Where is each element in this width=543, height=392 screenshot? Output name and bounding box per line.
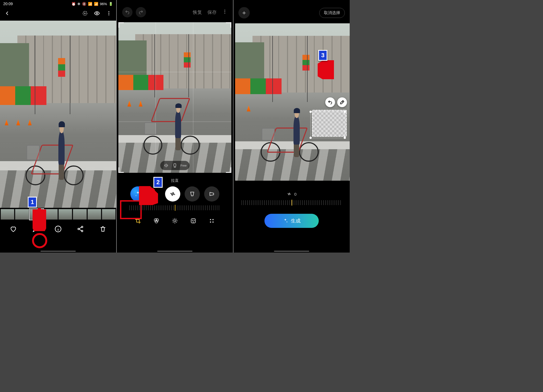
svg-point-11 xyxy=(224,11,225,12)
adjust-tool[interactable] xyxy=(171,217,178,224)
status-icons: ⏰ ✻ 🔇 📶 📶 96% 🔋 xyxy=(71,2,113,6)
selection-undo-button[interactable] xyxy=(325,97,335,107)
share-button[interactable] xyxy=(77,225,84,233)
home-indicator[interactable] xyxy=(40,251,76,252)
straighten-value: 0 xyxy=(294,192,296,196)
svg-point-1 xyxy=(96,12,98,14)
screen-editor-crop: 恢复 保存 xyxy=(117,0,233,253)
add-button[interactable]: ＋ xyxy=(238,7,250,18)
straighten-label: 拉直 xyxy=(117,178,233,183)
signal-icon: 📶 xyxy=(94,2,98,6)
sparkle-icon xyxy=(283,218,288,224)
thumbnail[interactable] xyxy=(73,209,87,220)
status-time: 20:09 xyxy=(3,2,13,6)
svg-point-16 xyxy=(155,220,158,223)
thumbnail[interactable] xyxy=(1,209,14,220)
more-tools[interactable] xyxy=(208,217,215,224)
visibility-button[interactable] xyxy=(94,10,100,16)
annotation-arrow xyxy=(33,207,46,231)
annotation-arrow xyxy=(139,186,158,205)
svg-point-4 xyxy=(108,14,109,15)
undo-button[interactable] xyxy=(122,7,132,17)
perspective-h-button[interactable] xyxy=(185,186,200,202)
svg-point-10 xyxy=(224,9,225,10)
svg-point-23 xyxy=(210,221,211,223)
screen-gallery-view: 20:09 ⏰ ✻ 🔇 📶 📶 96% 🔋 xyxy=(0,0,116,253)
thumbnail[interactable] xyxy=(87,209,101,220)
svg-line-26 xyxy=(322,62,330,75)
transform-options-pill: Free xyxy=(160,161,190,170)
crop-frame[interactable]: Free xyxy=(118,22,231,173)
more-button[interactable] xyxy=(222,9,228,16)
alarm-icon: ⏰ xyxy=(71,2,76,6)
battery-text: 96% xyxy=(100,2,107,6)
perspective-v-button[interactable] xyxy=(204,186,219,202)
svg-point-2 xyxy=(108,11,109,12)
straighten-readout: 0 xyxy=(233,192,350,196)
status-bar: 20:09 ⏰ ✻ 🔇 📶 📶 96% 🔋 xyxy=(0,0,116,7)
cancel-selection-button[interactable]: 取消选择 xyxy=(319,8,345,18)
save-button[interactable]: 保存 xyxy=(207,9,217,15)
editor-bottom-tools xyxy=(117,217,233,224)
straighten-icon xyxy=(287,192,292,196)
gen-top-bar: ＋ 取消选择 xyxy=(233,0,350,23)
crop-tool[interactable] xyxy=(134,217,141,224)
svg-point-24 xyxy=(212,221,214,223)
svg-point-19 xyxy=(192,220,193,221)
svg-point-20 xyxy=(194,220,194,221)
svg-point-17 xyxy=(174,220,176,222)
angle-ruler[interactable] xyxy=(130,205,220,210)
thumbnail[interactable] xyxy=(58,209,72,220)
gallery-top-bar xyxy=(0,7,116,21)
perspective-controls xyxy=(117,186,233,202)
home-indicator[interactable] xyxy=(274,251,309,252)
photo-preview[interactable] xyxy=(0,21,116,208)
flip-horizontal-button[interactable] xyxy=(162,162,170,169)
home-indicator[interactable] xyxy=(157,251,192,252)
filter-tool[interactable] xyxy=(153,217,160,224)
svg-rect-18 xyxy=(191,219,195,223)
svg-line-25 xyxy=(142,189,154,201)
svg-point-22 xyxy=(212,219,214,220)
delete-button[interactable] xyxy=(99,225,107,233)
redo-button[interactable] xyxy=(136,7,146,17)
mute-icon: 🔇 xyxy=(82,2,86,6)
gen-canvas-wrapper xyxy=(233,23,350,181)
restore-button[interactable]: 恢复 xyxy=(193,9,202,15)
step-badge-2: 2 xyxy=(153,177,163,188)
thumbnail[interactable] xyxy=(15,209,29,220)
thumbnail-strip[interactable] xyxy=(0,209,116,220)
svg-point-21 xyxy=(210,219,211,220)
flip-vertical-button[interactable] xyxy=(171,162,179,169)
step-badge-1: 1 xyxy=(28,197,37,208)
step-badge-3: 3 xyxy=(318,50,327,61)
back-button[interactable] xyxy=(4,10,10,16)
favorite-button[interactable] xyxy=(10,225,17,233)
motion-photo-button[interactable] xyxy=(82,10,88,16)
annotation-arrow xyxy=(318,60,334,79)
rotate-button[interactable] xyxy=(165,186,180,202)
angle-ruler[interactable] xyxy=(242,200,342,205)
generate-button[interactable]: 生成 xyxy=(264,214,319,228)
more-button[interactable] xyxy=(106,10,112,16)
svg-rect-13 xyxy=(174,164,176,167)
thumbnail[interactable] xyxy=(102,209,116,220)
screen-ai-generative: ＋ 取消选择 xyxy=(233,0,350,253)
wifi-icon: 📶 xyxy=(88,2,92,6)
battery-icon: 🔋 xyxy=(109,2,113,6)
svg-point-3 xyxy=(108,13,109,14)
bluetooth-icon: ✻ xyxy=(77,2,80,6)
gallery-bottom-bar xyxy=(0,220,116,238)
svg-point-12 xyxy=(224,13,225,14)
info-button[interactable] xyxy=(54,225,62,233)
editor-top-bar: 恢复 保存 xyxy=(117,0,233,22)
selection-erase-button[interactable] xyxy=(337,97,347,107)
sticker-tool[interactable] xyxy=(190,217,197,224)
generate-label: 生成 xyxy=(291,218,301,224)
aspect-free-button[interactable]: Free xyxy=(180,162,187,169)
